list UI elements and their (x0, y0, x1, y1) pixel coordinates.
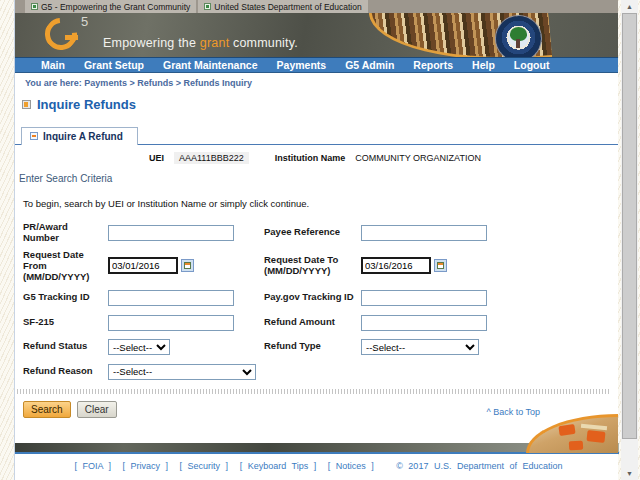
dotted-separator (17, 389, 611, 394)
nav-item-g5-admin[interactable]: G5 Admin (345, 59, 394, 71)
refund-amount-input[interactable] (361, 315, 487, 331)
scrollbar-thumb[interactable] (622, 13, 637, 439)
entity-summary-row: UEI AAA111BBB222 Institution Name COMMUN… (15, 152, 618, 164)
request-date-to-input[interactable] (361, 257, 431, 274)
breadcrumb: You are here: Payments > Refunds > Refun… (15, 73, 618, 88)
nav-item-payments[interactable]: Payments (277, 59, 327, 71)
request-date-from-label: Request Date From (MM/DD/YYYY) (23, 249, 108, 282)
main-nav-bar: Main Grant Setup Grant Maintenance Payme… (15, 57, 618, 73)
footer-link-notices[interactable]: [ Notices ] (328, 461, 374, 471)
nav-item-logout[interactable]: Logout (514, 59, 550, 71)
nav-item-grant-setup[interactable]: Grant Setup (84, 59, 144, 71)
classroom-photo (526, 414, 618, 453)
breadcrumb-prefix: You are here: (25, 78, 82, 88)
browser-tab-label: G5 - Empowering the Grant Community (41, 2, 190, 12)
browser-tab-g5[interactable]: G5 - Empowering the Grant Community (25, 0, 196, 13)
search-button[interactable]: Search (23, 401, 71, 418)
g5-logo-five: 5 (81, 14, 88, 29)
payee-reference-label: Payee Reference (264, 226, 361, 237)
tab-label: Inquire A Refund (43, 131, 123, 142)
search-instruction: To begin, search by UEI or Institution N… (23, 198, 618, 209)
footer-link-privacy[interactable]: [ Privacy ] (123, 461, 169, 471)
tab-bullet-icon (30, 132, 38, 140)
nav-item-grant-maintenance[interactable]: Grant Maintenance (163, 59, 258, 71)
payee-reference-input[interactable] (361, 225, 487, 241)
tab-inquire-a-refund[interactable]: Inquire A Refund (21, 127, 138, 145)
request-date-from-calendar-icon[interactable] (181, 259, 194, 272)
scroll-down-arrow-icon[interactable]: ▼ (621, 467, 638, 480)
refund-status-label: Refund Status (23, 340, 108, 351)
institution-name-value: COMMUNITY ORGANIZATION (355, 153, 481, 163)
browser-tab-strip: G5 - Empowering the Grant Community Unit… (15, 0, 618, 13)
page-title: Inquire Refunds (37, 97, 136, 112)
page-title-row: Inquire Refunds (22, 97, 618, 112)
uei-value: AAA111BBB222 (174, 152, 249, 164)
paygov-tracking-id-input[interactable] (361, 290, 487, 306)
request-date-to-label: Request Date To (MM/DD/YYYY) (264, 254, 361, 276)
tab-bar: Inquire A Refund (15, 125, 618, 145)
breadcrumb-path[interactable]: Payments > Refunds > Refunds Inquiry (82, 78, 252, 88)
scroll-up-arrow-icon[interactable]: ▲ (621, 0, 638, 13)
nav-item-reports[interactable]: Reports (413, 59, 453, 71)
nav-item-main[interactable]: Main (41, 59, 65, 71)
footer: [ FOIA ] [ Privacy ] [ Security ] [ Keyb… (15, 461, 619, 471)
g5-tracking-id-label: G5 Tracking ID (23, 291, 108, 302)
ed-favicon-icon (204, 3, 211, 10)
tagline-grant-highlight: grant (200, 36, 230, 50)
institution-name-label: Institution Name (275, 153, 346, 163)
refund-reason-select[interactable]: --Select-- (108, 364, 256, 380)
banner-header: 5 Empowering the grant community. (15, 13, 618, 57)
footer-link-foia[interactable]: [ FOIA ] (75, 461, 112, 471)
g5-application-window: G5 - Empowering the Grant Community Unit… (14, 0, 618, 480)
paygov-tracking-id-label: Pay.gov Tracking ID (264, 291, 361, 302)
footer-link-keyboard-tips[interactable]: [ Keyboard Tips ] (240, 461, 317, 471)
refund-status-select[interactable]: --Select-- (108, 339, 170, 355)
uei-label: UEI (149, 153, 164, 163)
refund-type-label: Refund Type (264, 340, 361, 351)
refund-reason-label: Refund Reason (23, 365, 108, 376)
browser-tab-ed[interactable]: United States Department of Education (198, 0, 367, 13)
clear-button[interactable]: Clear (77, 401, 117, 418)
search-criteria-form: PR/Award Number Payee Reference Request … (23, 221, 618, 380)
browser-tab-label: United States Department of Education (214, 2, 361, 12)
pr-award-number-input[interactable] (108, 225, 234, 241)
footer-link-security[interactable]: [ Security ] (180, 461, 229, 471)
refund-amount-label: Refund Amount (264, 316, 361, 327)
refund-type-select[interactable]: --Select-- (361, 339, 479, 355)
vertical-scrollbar[interactable]: ▲ ▼ (621, 0, 638, 480)
page-title-bullet-icon (22, 100, 31, 109)
nav-item-help[interactable]: Help (472, 59, 495, 71)
g5-favicon-icon (31, 3, 38, 10)
tagline: Empowering the grant community. (103, 36, 298, 50)
copyright-text: © 2017 U.S. Department of Education (396, 461, 562, 471)
g5-tracking-id-input[interactable] (108, 290, 234, 306)
g5-logo-bar (65, 35, 78, 40)
sf-215-label: SF-215 (23, 316, 108, 327)
request-date-to-calendar-icon[interactable] (434, 259, 447, 272)
request-date-from-input[interactable] (108, 257, 178, 274)
pr-award-number-label: PR/Award Number (23, 221, 108, 243)
sf-215-input[interactable] (108, 315, 234, 331)
dept-of-education-seal-icon (496, 16, 541, 57)
section-title: Enter Search Criteria (19, 173, 618, 184)
back-to-top-link[interactable]: ^ Back to Top (486, 407, 540, 417)
